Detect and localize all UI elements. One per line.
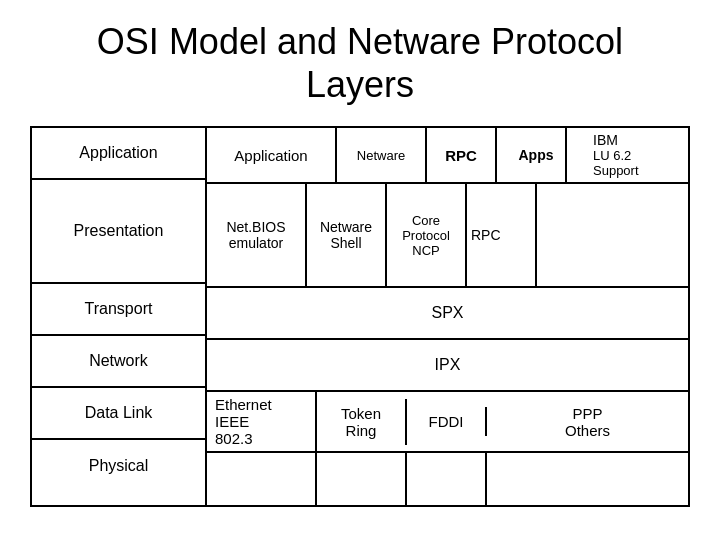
netware-application: Application [207, 128, 337, 182]
row-network: IPX [207, 340, 688, 392]
row-datalink: Ethernet IEEE 802.3 Token Ring FDDI PPP … [207, 392, 688, 453]
netbios-cell: Net.BIOS emulator [207, 184, 307, 286]
ethernet-cell-phys [207, 453, 317, 505]
ncp-cell: Core Protocol NCP [387, 184, 467, 286]
fddi-phys [407, 453, 487, 505]
apps-label: Apps [507, 128, 567, 182]
osi-diagram: Application Presentation Transport Netwo… [30, 126, 690, 507]
row-transport: SPX [207, 288, 688, 340]
rpc-label: RPC [427, 128, 497, 182]
ppp-phys [487, 453, 688, 505]
osi-datalink: Data Link [32, 388, 205, 440]
token-ring-phys [317, 453, 407, 505]
netware-column: Application Netware RPC Apps IBM LU 6.2 … [207, 128, 688, 505]
page-title: OSI Model and Netware Protocol Layers [30, 20, 690, 106]
osi-physical: Physical [32, 440, 205, 492]
token-ring-cell: Token Ring [317, 399, 407, 445]
rpc-cell-23: RPC [467, 184, 537, 286]
osi-column: Application Presentation Transport Netwo… [32, 128, 207, 505]
ethernet-cell: Ethernet IEEE 802.3 [207, 392, 317, 451]
ibm-support-cell [537, 184, 688, 286]
fddi-cell: FDDI [407, 407, 487, 436]
osi-network: Network [32, 336, 205, 388]
row-datalink-physical: Ethernet IEEE 802.3 Token Ring FDDI PPP … [207, 392, 688, 505]
row-presentation-session: Net.BIOS emulator Netware Shell Core Pro… [207, 184, 688, 288]
osi-presentation: Presentation [32, 180, 205, 284]
netware-label: Netware [337, 128, 427, 182]
osi-application: Application [32, 128, 205, 180]
ibm-block: IBM LU 6.2 Support [587, 128, 667, 182]
row-application: Application Netware RPC Apps IBM LU 6.2 … [207, 128, 688, 184]
row-physical [207, 453, 688, 505]
ppp-others-cell: PPP Others [487, 399, 688, 445]
osi-transport: Transport [32, 284, 205, 336]
netware-shell-cell: Netware Shell [307, 184, 387, 286]
